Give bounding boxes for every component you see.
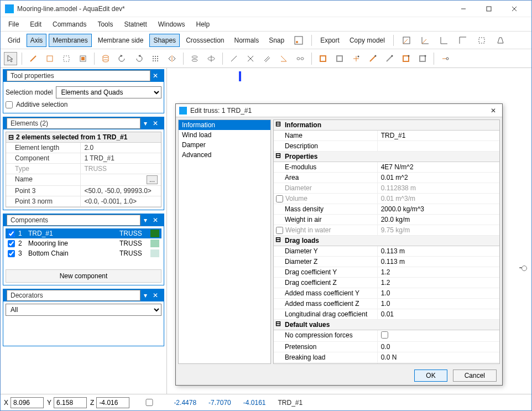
- property-value[interactable]: 20.0 kg/m: [378, 215, 499, 225]
- panel-close-icon[interactable]: ✕: [150, 216, 160, 224]
- property-value[interactable]: 0.01 m^3/m: [378, 194, 499, 204]
- selection-model-select[interactable]: Elements and Quads: [56, 86, 161, 98]
- angle-icon[interactable]: [277, 52, 290, 65]
- menu-windows[interactable]: Windows: [153, 18, 191, 30]
- nav-information[interactable]: Information: [179, 120, 270, 130]
- property-value[interactable]: 0.112838 m: [378, 183, 499, 193]
- dialog-close-icon[interactable]: ✕: [488, 107, 499, 115]
- property-value[interactable]: 4E7 N/m^2: [378, 162, 499, 172]
- property-row[interactable]: Diameter0.112838 m: [274, 183, 499, 194]
- property-row[interactable]: No compression forces: [274, 330, 499, 342]
- component-checkbox[interactable]: [8, 240, 15, 247]
- minimize-button[interactable]: [451, 1, 476, 17]
- menu-file[interactable]: File: [3, 18, 24, 30]
- menu-statnett[interactable]: Statnett: [118, 18, 152, 30]
- normals-toggle[interactable]: Normals: [230, 34, 263, 47]
- property-row[interactable]: Diameter Z0.113 m: [274, 257, 499, 267]
- redo-icon[interactable]: [132, 52, 145, 65]
- component-checkbox[interactable]: [8, 250, 15, 257]
- property-row[interactable]: TypeTRUSS: [6, 164, 161, 174]
- property-row[interactable]: Material coefficient0.0: [274, 363, 499, 364]
- export-button[interactable]: Export: [316, 34, 343, 47]
- property-value[interactable]: 9.75 kg/m: [378, 225, 499, 235]
- property-value[interactable]: 0.0: [378, 342, 499, 352]
- property-value-checkbox[interactable]: [381, 331, 388, 339]
- property-row[interactable]: NameTRD_#1: [274, 131, 499, 141]
- snap-settings-icon[interactable]: [290, 33, 307, 48]
- menu-edit[interactable]: Edit: [24, 18, 47, 30]
- chevron-down-icon[interactable]: ▾: [140, 119, 150, 127]
- parallel-icon[interactable]: [260, 52, 274, 65]
- component-row[interactable]: 1TRD_#1TRUSS: [6, 228, 161, 238]
- view-icon-3[interactable]: [436, 33, 452, 48]
- property-row[interactable]: Name...: [6, 174, 161, 186]
- component-checkbox[interactable]: [8, 230, 15, 237]
- property-row[interactable]: Added mass coefficient Z1.0: [274, 299, 499, 309]
- maximize-button[interactable]: [476, 1, 502, 17]
- group-header[interactable]: ⊟Properties: [274, 152, 499, 162]
- property-row[interactable]: Point 3 norm<0.0, -0.001, 1.0>: [6, 196, 161, 207]
- property-row[interactable]: Added mass coefficient Y1.0: [274, 288, 499, 299]
- property-value[interactable]: 0.01 m^2: [378, 173, 499, 183]
- property-value[interactable]: 1.2: [378, 267, 499, 277]
- ellipsis-button[interactable]: ...: [147, 175, 158, 184]
- cross-icon[interactable]: [244, 52, 257, 65]
- property-value[interactable]: [378, 330, 499, 341]
- diag-gray-icon[interactable]: [383, 52, 396, 65]
- property-value[interactable]: [378, 141, 499, 151]
- nav-advanced[interactable]: Advanced: [179, 150, 270, 160]
- diag-orange-icon[interactable]: [366, 52, 379, 65]
- component-color-swatch[interactable]: [150, 249, 159, 257]
- property-value[interactable]: TRD_#1: [378, 131, 499, 141]
- property-value[interactable]: 1 TRD_#1: [80, 153, 161, 163]
- property-row[interactable]: Point 3<50.0, -50.0, 99993.0>: [6, 186, 161, 196]
- property-row[interactable]: E-modulus4E7 N/m^2: [274, 162, 499, 173]
- x-input[interactable]: [11, 397, 44, 408]
- property-value[interactable]: 1.0: [378, 299, 499, 309]
- mirror-icon[interactable]: [165, 52, 179, 65]
- close-button[interactable]: [502, 1, 527, 17]
- sq-orange2-icon[interactable]: [399, 52, 413, 65]
- panel-close-icon[interactable]: ✕: [150, 119, 160, 127]
- property-value[interactable]: 2.0: [80, 143, 161, 153]
- snap-toggle[interactable]: Snap: [265, 34, 288, 47]
- cylinder2-icon[interactable]: [188, 52, 201, 65]
- crosssection-toggle[interactable]: Crosssection: [182, 34, 228, 47]
- sq-gray2-icon[interactable]: [416, 52, 429, 65]
- property-value[interactable]: 1.2: [378, 278, 499, 288]
- collapse-icon[interactable]: ⊟: [274, 120, 283, 130]
- rect-fill-icon[interactable]: [76, 52, 90, 65]
- status-checkbox[interactable]: [133, 399, 166, 406]
- group-header[interactable]: ⊟Information: [274, 120, 499, 131]
- sq-orange-icon[interactable]: [316, 52, 330, 65]
- membrane-side-toggle[interactable]: Membrane side: [94, 34, 148, 47]
- view-icon-1[interactable]: [398, 33, 415, 48]
- property-row[interactable]: Drag coefficient Z1.2: [274, 278, 499, 288]
- view-icon-6[interactable]: [492, 33, 509, 48]
- rect-dashed-icon[interactable]: [60, 52, 73, 65]
- cylinder3-icon[interactable]: [205, 52, 218, 65]
- property-value[interactable]: <50.0, -50.0, 99993.0>: [80, 186, 161, 196]
- grid-toggle[interactable]: Grid: [4, 34, 24, 47]
- cylinder-icon[interactable]: [99, 52, 112, 65]
- property-value[interactable]: TRUSS: [80, 164, 161, 174]
- grid-dots-icon[interactable]: [149, 52, 162, 65]
- property-value[interactable]: 2000.0 kg/m^3: [378, 204, 499, 214]
- axis-toggle[interactable]: Axis: [27, 34, 47, 47]
- component-color-swatch[interactable]: [150, 240, 159, 247]
- property-row[interactable]: Weight in air20.0 kg/m: [274, 215, 499, 225]
- nav-wind-load[interactable]: Wind load: [179, 130, 270, 140]
- link-icon[interactable]: [294, 52, 307, 65]
- collapse-icon[interactable]: ⊟: [274, 236, 283, 246]
- chevron-down-icon[interactable]: ▾: [140, 292, 150, 299]
- panel-close-icon[interactable]: ✕: [150, 72, 160, 80]
- anchor-icon[interactable]: [439, 52, 452, 65]
- line-tool-icon[interactable]: [27, 52, 40, 65]
- component-row[interactable]: 2Moooring lineTRUSS: [6, 238, 161, 248]
- draw-line-icon[interactable]: [227, 52, 241, 65]
- group-header[interactable]: ⊟Drag loads: [274, 236, 499, 246]
- new-component-button[interactable]: New component: [6, 269, 161, 283]
- property-row[interactable]: Longitudinal drag coefficient0.01: [274, 309, 499, 320]
- property-row[interactable]: Breaking load0.0 N: [274, 352, 499, 363]
- copy-model-button[interactable]: Copy model: [346, 34, 389, 47]
